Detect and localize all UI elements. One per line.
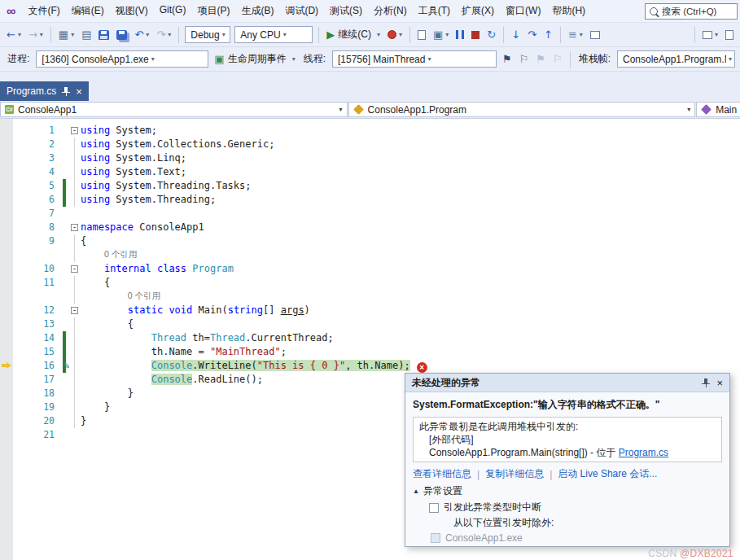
breakpoint-margin[interactable] (0, 151, 13, 165)
module-checkbox[interactable]: ConsoleApp1.exe (431, 532, 722, 544)
breakpoint-margin[interactable] (0, 262, 13, 276)
show-flagged-only-button[interactable]: ⚑ (532, 51, 549, 67)
breakpoint-margin[interactable] (0, 179, 13, 193)
menu-item-1[interactable]: 编辑(E) (66, 0, 110, 22)
change-margin (60, 207, 68, 221)
new-project-button[interactable]: ▦▾ (55, 27, 77, 42)
redo-icon: ↷ (156, 29, 165, 40)
menu-item-8[interactable]: 分析(N) (368, 0, 413, 22)
project-dropdown[interactable]: C# ConsoleApp1 ▾ (0, 102, 348, 117)
step-into-button[interactable]: ↓ (508, 27, 523, 42)
flag-thread-button[interactable]: ⚑ (499, 51, 515, 67)
breakpoints-window-button[interactable]: ▣▾ (430, 27, 452, 42)
breakpoint-margin[interactable] (0, 248, 13, 262)
close-icon[interactable]: × (715, 377, 725, 389)
menu-item-2[interactable]: 视图(V) (110, 0, 154, 22)
breakpoint-margin[interactable] (0, 304, 13, 317)
close-icon[interactable]: × (76, 86, 82, 97)
codelens-references[interactable]: 0 个引用 (104, 249, 137, 259)
menu-item-10[interactable]: 扩展(X) (456, 0, 500, 22)
save-all-button[interactable] (113, 28, 130, 42)
stop-debugging-button[interactable] (468, 28, 483, 42)
menu-item-12[interactable]: 帮助(H) (546, 0, 591, 22)
navigate-forward-button[interactable]: →▾ (25, 27, 46, 42)
show-threads-button[interactable]: ≡▾ (565, 27, 586, 42)
diagnostic-tools-button[interactable] (587, 28, 603, 42)
breakpoint-margin[interactable] (0, 428, 13, 442)
restart-button[interactable]: ↻ (484, 27, 499, 42)
error-icon[interactable]: × (417, 362, 427, 373)
lifecycle-events-button[interactable]: ▣生命周期事件▾ (211, 50, 298, 68)
breakpoint-margin[interactable] (0, 234, 13, 248)
collapse-icon[interactable]: - (71, 265, 78, 273)
breakpoint-margin[interactable] (0, 276, 13, 290)
checkbox-icon[interactable] (431, 533, 440, 543)
undo-button[interactable]: ↶▾ (131, 27, 152, 42)
hot-reload-button[interactable]: ▾ (384, 28, 405, 42)
break-all-button[interactable] (453, 28, 467, 42)
menu-item-4[interactable]: 项目(P) (191, 0, 235, 22)
continue-button[interactable]: ▶继续(C)▾ (323, 25, 383, 44)
code-token: Console (151, 360, 193, 371)
fold-margin (68, 290, 81, 304)
search-box[interactable]: 搜索 (Ctrl+Q) (645, 3, 738, 20)
checkbox-icon[interactable] (429, 503, 439, 513)
process-combo[interactable]: [1360] ConsoleApp1.exe▾ (36, 50, 208, 68)
breakpoint-margin[interactable] (0, 331, 13, 345)
breakpoint-margin[interactable] (0, 387, 13, 400)
pin-icon[interactable] (702, 378, 710, 388)
menu-item-11[interactable]: 窗口(W) (500, 0, 546, 22)
collapse-icon[interactable]: - (71, 127, 78, 134)
breakpoint-margin[interactable] (0, 138, 13, 151)
codelens-references[interactable]: 0 个引用 (128, 291, 160, 300)
menu-item-3[interactable]: Git(G) (154, 0, 192, 22)
view-details-link[interactable]: 查看详细信息 (413, 467, 471, 481)
member-dropdown[interactable]: Main (696, 102, 740, 117)
breakpoint-margin[interactable] (0, 414, 13, 428)
collapse-icon[interactable]: - (71, 224, 78, 231)
thread-combo[interactable]: [15756] MainThread▾ (332, 50, 497, 68)
breakpoint-margin[interactable] (0, 345, 13, 359)
navigate-back-button[interactable]: ←▾ (3, 27, 24, 42)
menu-item-6[interactable]: 调试(D) (279, 0, 324, 22)
menu-item-9[interactable]: 工具(T) (413, 0, 456, 22)
step-over-button[interactable]: ↷ (524, 27, 540, 42)
code-token: System.Threading; (110, 194, 216, 205)
tab-program-cs[interactable]: Program.cs × (0, 81, 89, 101)
solution-platform-combo[interactable]: Any CPU▾ (234, 26, 313, 43)
solution-configuration-combo[interactable]: Debug▾ (185, 26, 230, 43)
menu-item-7[interactable]: 测试(S) (324, 0, 368, 22)
pin-icon[interactable] (62, 86, 70, 97)
save-button[interactable] (95, 28, 112, 42)
breakpoint-margin[interactable] (0, 193, 13, 207)
flag-outline-button[interactable]: ⚐ (516, 51, 532, 67)
program-cs-link[interactable]: Program.cs (619, 447, 668, 458)
show-next-statement-button[interactable] (414, 28, 429, 42)
open-file-button[interactable]: ▤ (78, 27, 94, 42)
exception-settings-expander[interactable]: ▲ 异常设置 (413, 484, 722, 498)
unflag-all-button[interactable]: ⚐ (550, 51, 566, 67)
start-live-share-link[interactable]: 启动 Live Share 会话... (558, 467, 657, 481)
stack-frame-combo[interactable]: ConsoleApp1.Program.Main▾ (617, 50, 735, 68)
collapse-icon[interactable]: - (71, 307, 78, 314)
type-dropdown[interactable]: ConsoleApp1.Program ▾ (348, 102, 696, 117)
code-tokens: namespace ConsoleApp1 (81, 221, 204, 233)
breakpoint-margin[interactable] (0, 290, 13, 304)
breakpoint-margin[interactable] (0, 317, 13, 331)
step-out-button[interactable]: ↑ (541, 27, 556, 42)
copy-details-link[interactable]: 复制详细信息 (485, 467, 544, 481)
break-on-exception-checkbox[interactable]: 引发此异常类型时中断 (429, 501, 722, 514)
code-editor[interactable]: 1-using System;2using System.Collections… (0, 119, 740, 560)
breakpoint-margin[interactable] (0, 400, 13, 414)
breakpoint-margin[interactable] (0, 359, 13, 373)
breakpoint-margin[interactable] (0, 124, 13, 138)
breakpoint-margin[interactable] (0, 165, 13, 179)
redo-button[interactable]: ↷▾ (153, 27, 174, 42)
clipped-toolbar-button[interactable] (722, 28, 737, 42)
breakpoint-margin[interactable] (0, 207, 13, 221)
menu-item-0[interactable]: 文件(F) (22, 0, 65, 22)
breakpoint-margin[interactable] (0, 221, 13, 234)
toolbar-overflow-button[interactable]: ▾ (699, 28, 721, 42)
breakpoint-margin[interactable] (0, 373, 13, 387)
menu-item-5[interactable]: 生成(B) (235, 0, 279, 22)
